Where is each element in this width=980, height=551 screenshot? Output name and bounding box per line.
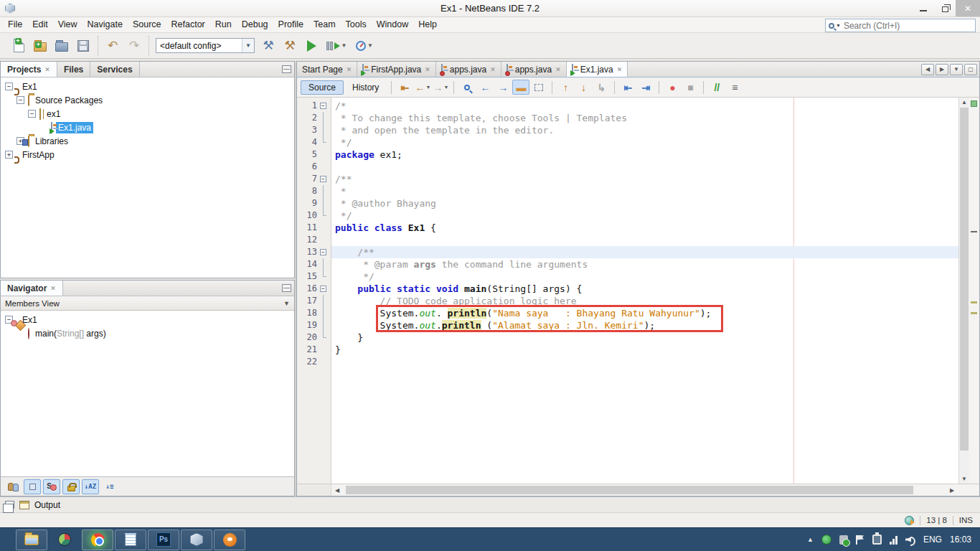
close-button[interactable]: ✕ [956,0,980,17]
show-fields-button[interactable] [24,479,41,494]
fold-column[interactable]: − [317,173,330,185]
back-button[interactable]: ←▼ [414,80,431,95]
blender-taskbar-button[interactable] [214,529,245,550]
tab-projects[interactable]: Projects ✕ [1,62,57,77]
view-history-button[interactable]: History [344,80,387,95]
code-editor[interactable]: /* * To change this template, choose Too… [331,98,958,484]
dropdown-icon[interactable]: ▼ [443,85,448,90]
file-explorer-taskbar-button[interactable] [16,529,47,550]
menu-item-edit[interactable]: Edit [27,17,53,32]
undo-button[interactable]: ↶ [102,36,123,56]
clock[interactable]: 16:03 [950,534,971,545]
tree-expander-icon[interactable]: − [5,83,13,90]
start-macro-recording-button[interactable]: ● [664,80,681,95]
notepad-taskbar-button[interactable] [115,529,146,550]
restore-window-group-icon[interactable] [5,501,14,509]
action-center-icon[interactable] [856,535,864,545]
comment-lines-button[interactable]: // [708,80,725,95]
language-indicator[interactable]: ENG [923,534,942,545]
menu-item-window[interactable]: Window [372,17,413,32]
tab-files[interactable]: Files [57,62,90,77]
show-hidden-icons-button[interactable]: ▲ [807,536,814,543]
profile-project-button[interactable]: ▼ [351,36,378,56]
minimize-window-group-button[interactable]: — [282,65,291,73]
previous-occurrence-button[interactable]: ← [476,80,494,95]
editor-tab-ex1-java-4[interactable]: Ex1.java✕ [567,62,628,77]
tree-row-ex1-java[interactable]: Ex1.java [1,121,294,134]
update-notification-icon[interactable] [905,516,914,525]
open-project-button[interactable] [51,36,72,56]
scroll-tabs-right-button[interactable]: ▶ [936,64,948,75]
sort-by-source-button[interactable]: ↓≡ [101,479,118,494]
menu-item-refactor[interactable]: Refactor [166,17,210,32]
fold-column[interactable]: − [317,246,330,258]
editor-tab-apps-java-2[interactable]: apps.java✕ [436,62,501,77]
tree-row-ex1[interactable]: −ex1 [1,107,294,121]
vertical-scrollbar-thumb[interactable] [960,108,969,451]
menu-item-source[interactable]: Source [128,17,166,32]
sort-alphabetically-button[interactable]: ↓AZ [82,479,99,494]
tab-services[interactable]: Services [90,62,139,77]
tree-row-ex1[interactable]: −Ex1 [1,313,294,326]
tab-close-icon[interactable]: ✕ [555,66,561,73]
error-stripe[interactable] [969,98,979,484]
download-manager-taskbar-button[interactable] [49,529,80,550]
find-selection-button[interactable] [458,80,476,95]
toggle-highlight-search-button[interactable]: ▬ [512,80,529,95]
save-all-button[interactable] [72,36,94,56]
menu-item-tools[interactable]: Tools [341,17,372,32]
menu-item-run[interactable]: Run [210,17,237,32]
shift-line-left-button[interactable]: ⇤ [619,80,636,95]
tree-row-main-string-args[interactable]: main(String[] args) [1,326,294,340]
tab-close-icon[interactable]: ✕ [617,66,623,73]
tree-expander-icon[interactable]: − [17,96,24,104]
restore-button[interactable] [934,0,956,17]
output-tab[interactable]: Output [34,500,60,510]
tree-row-source-packages[interactable]: −Source Packages [1,93,294,107]
shift-line-right-button[interactable]: ⇥ [637,80,654,95]
line-number-gutter[interactable]: 1−234567−8910111213−141516−171819202122 [297,98,331,484]
stop-macro-recording-button[interactable]: ■ [682,80,699,95]
build-project-button[interactable]: ⚒ [258,36,279,56]
safely-remove-hardware-icon[interactable] [839,535,848,545]
tab-list-button[interactable]: ▼ [950,64,963,75]
tab-close-icon[interactable]: ✕ [490,66,496,73]
show-inherited-button[interactable] [4,479,22,494]
new-project-button[interactable]: + [29,36,51,56]
vertical-scrollbar[interactable]: ▲ ▼ [958,98,969,484]
show-non-public-button[interactable] [62,479,80,494]
tab-close-icon[interactable]: ✕ [425,66,430,73]
scroll-right-icon[interactable]: ▶ [946,484,958,496]
next-bookmark-button[interactable]: ↓ [575,80,592,95]
last-edit-position-button[interactable]: ⇤ [396,80,413,95]
new-file-button[interactable]: + [8,36,29,56]
maximize-window-button[interactable]: ▢ [964,64,977,75]
fold-column[interactable]: − [317,100,330,112]
next-occurrence-button[interactable]: → [494,80,512,95]
scroll-tabs-left-button[interactable]: ◀ [921,64,934,75]
network-signal-icon[interactable] [890,535,897,545]
combo-arrow-icon[interactable]: ▼ [242,39,254,52]
battery-icon[interactable] [872,534,882,545]
members-view-selector[interactable]: Members View ▼ [1,296,294,311]
tab-close-icon[interactable]: ✕ [347,66,352,73]
menu-item-debug[interactable]: Debug [237,17,273,32]
chrome-taskbar-button[interactable] [82,529,113,550]
photoshop-taskbar-button[interactable]: Ps [148,529,179,550]
minimize-button[interactable] [913,0,934,17]
fold-collapse-icon[interactable]: − [320,176,326,182]
editor-tab-apps-java-3[interactable]: apps.java✕ [501,62,567,77]
editor-tab-start-page-0[interactable]: Start Page✕ [297,62,357,77]
tree-expander-icon[interactable]: − [28,110,36,118]
previous-bookmark-button[interactable]: ↑ [557,80,574,95]
fold-collapse-icon[interactable]: − [320,249,326,255]
scroll-up-icon[interactable]: ▲ [959,99,969,105]
fold-column[interactable]: − [317,283,330,295]
menu-item-view[interactable]: View [53,17,83,32]
editor-tab-firstapp-java-1[interactable]: FirstApp.java✕ [357,62,436,77]
menu-item-help[interactable]: Help [413,17,442,32]
fold-collapse-icon[interactable]: − [320,286,326,292]
netbeans-taskbar-button[interactable] [181,529,212,550]
antivirus-tray-icon[interactable] [821,534,831,545]
horizontal-scrollbar-thumb[interactable] [346,486,913,494]
